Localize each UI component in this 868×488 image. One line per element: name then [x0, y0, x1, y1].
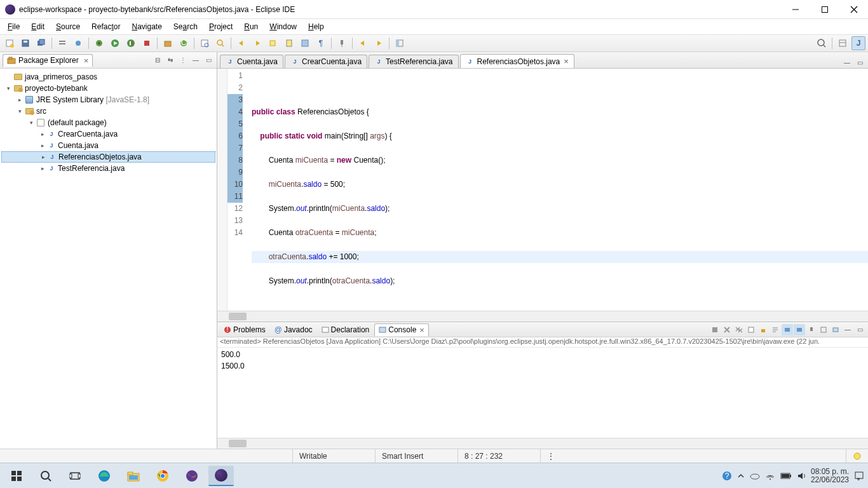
save-all-button[interactable] — [34, 36, 48, 50]
annotation-prev-button[interactable] — [234, 36, 248, 50]
run-button[interactable] — [108, 36, 122, 50]
maximize-button[interactable] — [816, 3, 834, 16]
tab-console[interactable]: Console × — [374, 323, 429, 336]
tip-icon[interactable] — [846, 449, 868, 463]
editor-tab-active[interactable]: J ReferenciasObjetos.java × — [460, 54, 574, 68]
volume-icon[interactable] — [797, 471, 806, 480]
menu-edit[interactable]: Edit — [26, 21, 50, 32]
status-menu-icon[interactable]: ⋮ — [540, 449, 553, 463]
scroll-lock-button[interactable] — [757, 324, 769, 336]
close-button[interactable] — [845, 3, 863, 16]
maximize-view-button[interactable]: ▭ — [854, 324, 865, 336]
wifi-icon[interactable] — [765, 472, 775, 480]
minimize-view-button[interactable]: — — [190, 55, 201, 66]
show-stdout-button[interactable] — [794, 324, 805, 336]
menu-window[interactable]: Window — [264, 21, 302, 32]
tree-file[interactable]: ▸ J CrearCuenta.java — [1, 128, 215, 140]
editor-hscroll[interactable] — [217, 311, 868, 322]
eclipse-taskbar-icon[interactable] — [208, 466, 234, 486]
tree-file[interactable]: ▸ J TestReferencia.java — [1, 163, 215, 174]
taskview-button[interactable] — [62, 466, 88, 486]
package-explorer-tab[interactable]: Package Explorer × — [3, 54, 93, 67]
open-type-button[interactable] — [198, 36, 212, 50]
quick-access-button[interactable] — [815, 36, 829, 50]
tree-project[interactable]: ▾ proyecto-bytebank — [1, 83, 215, 94]
toggle-mark-button[interactable] — [282, 36, 296, 50]
menu-help[interactable]: Help — [303, 21, 329, 32]
debug-button[interactable] — [92, 36, 106, 50]
tree-project[interactable]: java_primeros_pasos — [1, 71, 215, 83]
menu-navigate[interactable]: Navigate — [126, 21, 166, 32]
code-editor[interactable]: 1 2 3 4 5 6 7 8 9 10 11 12 13 14 public … — [217, 69, 868, 311]
editor-tab[interactable]: J TestReferencia.java — [369, 55, 458, 68]
twisty-collapsed-icon[interactable]: ▸ — [38, 131, 47, 137]
twisty-collapsed-icon[interactable]: ▸ — [38, 142, 47, 149]
tree-file[interactable]: ▸ J Cuenta.java — [1, 140, 215, 151]
line-gutter[interactable]: 1 2 3 4 5 6 7 8 9 10 11 12 13 14 — [227, 69, 247, 311]
new-class-button[interactable]: C — [177, 36, 191, 50]
search-button[interactable] — [33, 466, 58, 486]
open-console-button[interactable] — [830, 324, 841, 336]
chrome-icon[interactable] — [150, 466, 175, 486]
notifications-icon[interactable] — [854, 471, 864, 481]
link-editor-button[interactable]: ⇆ — [165, 55, 176, 66]
forward-button[interactable] — [372, 36, 386, 50]
console-output[interactable]: 500.0 1500.0 — [217, 348, 868, 438]
tray-clock[interactable]: 08:05 p. m. 22/06/2023 — [811, 468, 849, 484]
tab-javadoc[interactable]: @ Javadoc — [271, 324, 316, 336]
help-tray-icon[interactable]: ? — [722, 471, 732, 481]
menu-file[interactable]: File — [3, 21, 25, 32]
console-hscroll[interactable] — [217, 438, 868, 449]
maximize-editor-button[interactable]: ▭ — [854, 57, 865, 68]
edge-icon[interactable] — [92, 466, 117, 486]
menu-project[interactable]: Project — [204, 21, 238, 32]
close-icon[interactable]: × — [84, 56, 89, 65]
editor-tab[interactable]: J CrearCuenta.java — [285, 55, 367, 68]
onedrive-icon[interactable] — [750, 472, 760, 480]
toggle-breadcrumb-button[interactable] — [55, 36, 69, 50]
back-button[interactable] — [356, 36, 370, 50]
last-edit-button[interactable] — [266, 36, 280, 50]
close-icon[interactable]: × — [564, 57, 569, 66]
terminate-button[interactable] — [709, 324, 721, 336]
perspective-customize-button[interactable] — [393, 36, 407, 50]
show-console-button[interactable] — [782, 324, 793, 336]
tree-src[interactable]: ▾ src — [1, 105, 215, 117]
new-package-button[interactable] — [161, 36, 175, 50]
tree-jre[interactable]: ▸ JRE System Library [JavaSE-1.8] — [1, 94, 215, 105]
system-tray[interactable]: ? 08:05 p. m. 22/06/2023 — [722, 468, 864, 484]
firefox-icon[interactable] — [179, 466, 205, 486]
remove-all-button[interactable] — [733, 324, 745, 336]
tree-file-selected[interactable]: ▸ J ReferenciasObjetos.java — [1, 151, 215, 163]
menu-run[interactable]: Run — [239, 21, 263, 32]
twisty-expanded-icon[interactable]: ▾ — [4, 85, 13, 92]
save-button[interactable] — [18, 36, 32, 50]
collapse-all-button[interactable]: ⊟ — [152, 55, 163, 66]
display-button[interactable] — [818, 324, 829, 336]
clear-console-button[interactable] — [745, 324, 757, 336]
remove-launch-button[interactable] — [721, 324, 733, 336]
tab-problems[interactable]: ! Problems — [220, 324, 269, 336]
menu-search[interactable]: Search — [168, 21, 203, 32]
menu-source[interactable]: Source — [51, 21, 85, 32]
pin-button[interactable] — [335, 36, 349, 50]
tab-declaration[interactable]: Declaration — [318, 324, 374, 336]
close-icon[interactable]: × — [419, 325, 424, 335]
chevron-up-icon[interactable] — [737, 472, 745, 480]
twisty-collapsed-icon[interactable]: ▸ — [39, 154, 48, 160]
view-menu-button[interactable]: ⋮ — [177, 55, 189, 66]
start-button[interactable] — [4, 466, 29, 486]
explorer-icon[interactable] — [121, 466, 146, 486]
menu-refactor[interactable]: Refactor — [86, 21, 125, 32]
twisty-collapsed-icon[interactable]: ▸ — [38, 165, 47, 172]
annotation-next-button[interactable] — [250, 36, 264, 50]
twisty-collapsed-icon[interactable]: ▸ — [15, 97, 24, 103]
code-content[interactable]: public class ReferenciasObjetos { public… — [247, 69, 868, 311]
skip-breakpoints-button[interactable] — [71, 36, 85, 50]
tree-package[interactable]: ▾ (default package) — [1, 117, 215, 128]
twisty-expanded-icon[interactable]: ▾ — [15, 108, 24, 114]
coverage-button[interactable] — [124, 36, 138, 50]
battery-icon[interactable] — [780, 473, 792, 479]
package-tree[interactable]: java_primeros_pasos ▾ proyecto-bytebank … — [0, 69, 217, 449]
annotation-ruler[interactable] — [217, 69, 227, 311]
